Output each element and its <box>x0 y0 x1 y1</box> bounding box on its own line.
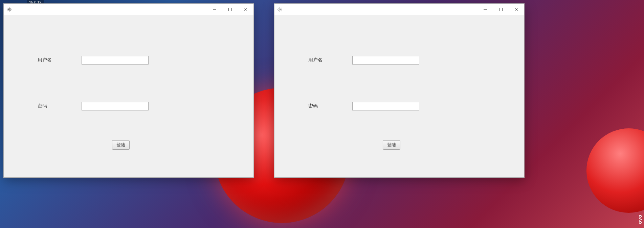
username-input[interactable] <box>352 56 419 65</box>
client-area: 用户名 密码 登陆 <box>4 15 253 177</box>
password-row: 密码 <box>38 102 149 110</box>
maximize-button[interactable] <box>493 4 509 15</box>
login-window-1: 用户名 密码 登陆 <box>3 3 254 178</box>
window-controls <box>478 4 524 15</box>
username-label: 用户名 <box>308 57 352 63</box>
svg-point-9 <box>279 8 281 10</box>
svg-line-7 <box>10 8 10 8</box>
close-button[interactable] <box>238 4 253 15</box>
brand-watermark: ovo <box>637 204 644 224</box>
login-button[interactable]: 登陆 <box>112 140 130 150</box>
svg-line-16 <box>281 8 281 8</box>
client-area: 用户名 密码 登陆 <box>274 15 524 177</box>
minimize-button[interactable] <box>478 4 493 15</box>
minimize-button[interactable] <box>207 4 222 15</box>
titlebar[interactable] <box>4 4 253 15</box>
svg-line-15 <box>281 10 281 11</box>
svg-line-14 <box>278 8 279 8</box>
svg-line-6 <box>10 10 10 11</box>
login-button[interactable]: 登陆 <box>383 140 400 150</box>
desktop-background-orb-2 <box>586 128 644 213</box>
password-input[interactable] <box>82 102 149 110</box>
login-window-2: 用户名 密码 登陆 <box>274 3 525 178</box>
password-label: 密码 <box>308 103 352 109</box>
titlebar[interactable] <box>274 4 524 15</box>
username-row: 用户名 <box>38 56 149 65</box>
username-input[interactable] <box>82 56 149 65</box>
gear-icon <box>277 7 283 12</box>
password-input[interactable] <box>352 102 419 110</box>
svg-line-17 <box>278 10 279 11</box>
maximize-button[interactable] <box>222 4 238 15</box>
svg-line-8 <box>7 10 8 11</box>
password-row: 密码 <box>308 102 419 110</box>
svg-line-5 <box>7 8 8 8</box>
username-label: 用户名 <box>38 57 82 63</box>
username-row: 用户名 <box>308 56 419 65</box>
gear-icon <box>6 7 12 12</box>
window-controls <box>207 4 253 15</box>
password-label: 密码 <box>38 103 82 109</box>
close-button[interactable] <box>509 4 524 15</box>
